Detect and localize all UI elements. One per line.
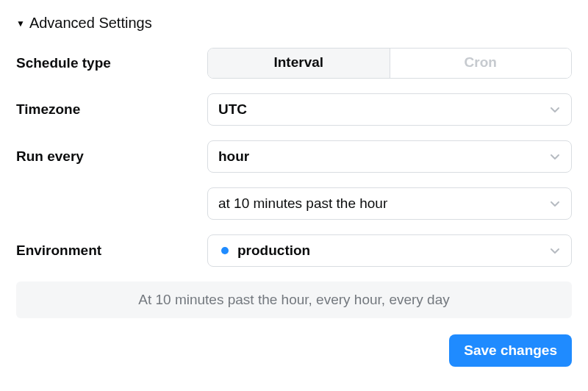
chevron-down-icon xyxy=(549,245,561,257)
schedule-type-option-cron[interactable]: Cron xyxy=(390,49,572,78)
disclosure-triangle-icon: ▼ xyxy=(16,19,25,28)
schedule-summary: At 10 minutes past the hour, every hour,… xyxy=(16,281,572,318)
save-changes-button[interactable]: Save changes xyxy=(449,334,572,367)
run-every-offset-value: at 10 minutes past the hour xyxy=(218,196,387,212)
run-every-interval-value: hour xyxy=(218,148,249,165)
environment-status-dot-icon xyxy=(221,247,229,254)
environment-value-wrap: production xyxy=(218,243,310,259)
run-every-interval-select[interactable]: hour xyxy=(207,140,572,173)
chevron-down-icon xyxy=(549,198,561,209)
run-every-label: Run every xyxy=(16,148,207,165)
environment-value: production xyxy=(237,243,310,259)
schedule-type-option-interval[interactable]: Interval xyxy=(208,49,390,78)
timezone-value: UTC xyxy=(218,101,247,118)
section-title: Advanced Settings xyxy=(29,15,152,32)
timezone-label: Timezone xyxy=(16,101,207,118)
schedule-type-segmented: Interval Cron xyxy=(207,48,572,79)
timezone-select[interactable]: UTC xyxy=(207,93,572,126)
chevron-down-icon xyxy=(549,104,561,115)
advanced-settings-header[interactable]: ▼ Advanced Settings xyxy=(16,15,572,32)
run-every-offset-select[interactable]: at 10 minutes past the hour xyxy=(207,187,572,220)
chevron-down-icon xyxy=(549,151,561,162)
environment-label: Environment xyxy=(16,243,207,259)
schedule-type-label: Schedule type xyxy=(16,55,207,71)
environment-select[interactable]: production xyxy=(207,234,572,267)
